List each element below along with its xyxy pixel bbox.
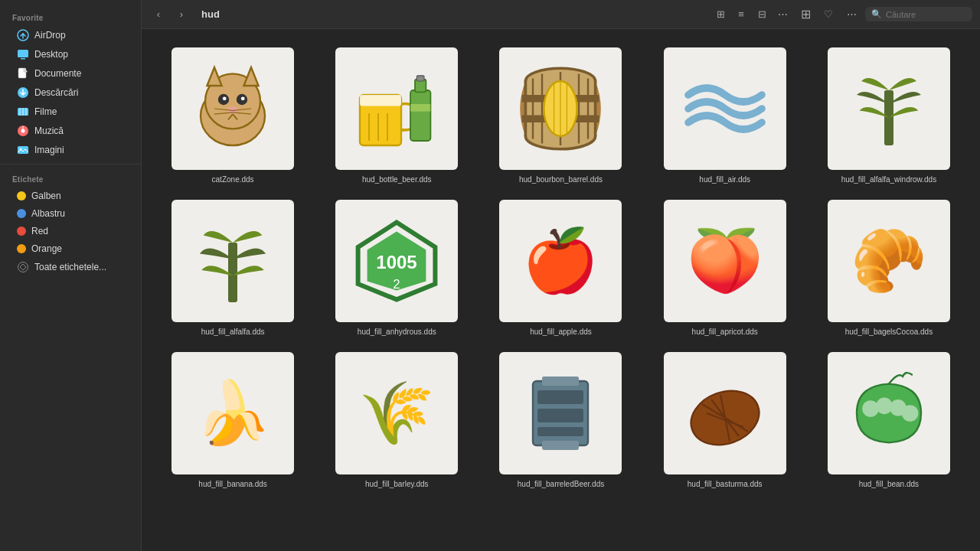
- file-name: hud_fill_anhydrous.dds: [358, 327, 436, 337]
- file-thumbnail: 1005 2: [335, 200, 458, 322]
- sidebar-item-imagini[interactable]: Imagini: [5, 141, 136, 159]
- svg-point-70: [862, 400, 879, 417]
- file-item[interactable]: 🌾hud_fill_barley.dds: [321, 349, 472, 492]
- sidebar-item-orange[interactable]: Orange: [5, 240, 136, 257]
- file-thumbnail: 🍌: [172, 352, 294, 474]
- sidebar-item-red-label: Red: [31, 226, 48, 236]
- file-item[interactable]: hud_bourbon_barrel.dds: [485, 44, 636, 187]
- file-item[interactable]: hud_fill_bean.dds: [813, 349, 965, 492]
- sidebar-item-airdrop[interactable]: AirDrop: [5, 26, 136, 44]
- svg-rect-35: [417, 76, 425, 81]
- file-thumbnail: [172, 47, 294, 170]
- action-button[interactable]: ⋯: [842, 5, 861, 24]
- sidebar-item-albastru[interactable]: Albastru: [5, 205, 136, 222]
- svg-point-22: [241, 96, 245, 100]
- svg-rect-33: [410, 90, 430, 141]
- file-item[interactable]: catZone.dds: [157, 44, 309, 187]
- galben-dot: [17, 191, 26, 201]
- file-thumbnail: [335, 47, 458, 170]
- sidebar-item-galben[interactable]: Galben: [5, 187, 136, 204]
- file-item[interactable]: 1005 2 hud_fill_anhydrous.dds: [321, 197, 472, 340]
- file-thumbnail: 🥐: [828, 200, 950, 322]
- svg-rect-54: [228, 243, 237, 302]
- file-thumbnail: [172, 200, 294, 322]
- heart-button[interactable]: ♡: [819, 5, 838, 24]
- red-dot: [17, 227, 26, 236]
- albastru-dot: [17, 209, 26, 218]
- sidebar-item-toate-label: Toate etichetele...: [34, 262, 106, 272]
- file-item[interactable]: 🍌hud_fill_banana.dds: [157, 349, 309, 492]
- sidebar-item-filme[interactable]: Filme: [5, 103, 136, 121]
- file-item[interactable]: hud_fill_basturma.dds: [649, 349, 801, 492]
- sidebar-item-orange-label: Orange: [31, 243, 62, 254]
- file-thumbnail: 🌾: [335, 352, 458, 474]
- file-item[interactable]: 🍑hud_fill_apricot.dds: [649, 197, 801, 340]
- file-name: hud_fill_apricot.dds: [692, 327, 758, 337]
- sidebar-item-documente[interactable]: Documente: [5, 64, 136, 83]
- sidebar-item-red[interactable]: Red: [5, 223, 136, 240]
- sidebar-item-toate[interactable]: Toate etichetele...: [5, 258, 136, 276]
- sidebar-item-albastru-label: Albastru: [31, 208, 65, 219]
- file-item[interactable]: hud_fill_barreledBeer.dds: [485, 349, 636, 492]
- share-button[interactable]: ⊞: [796, 5, 815, 24]
- search-icon: 🔍: [871, 9, 882, 19]
- file-name: hud_fill_basturma.dds: [688, 479, 763, 489]
- back-button[interactable]: ‹: [149, 5, 168, 24]
- file-name: hud_fill_air.dds: [699, 174, 750, 184]
- desktop-icon: [17, 48, 29, 60]
- svg-rect-64: [542, 441, 579, 450]
- file-item[interactable]: hud_bottle_beer.dds: [321, 44, 472, 187]
- file-thumbnail: [828, 352, 950, 474]
- favorites-section-label: Favorite: [0, 8, 141, 25]
- tags-section-label: Etichete: [0, 169, 141, 187]
- file-item[interactable]: 🍎hud_fill_apple.dds: [485, 197, 636, 340]
- svg-rect-2: [18, 50, 28, 57]
- file-thumbnail: [499, 47, 622, 170]
- file-item[interactable]: hud_fill_alfalfa.dds: [157, 197, 309, 340]
- file-grid: catZone.dds hud_bottle_beer.dds hud_bour…: [142, 29, 980, 551]
- file-name: hud_fill_apple.dds: [530, 327, 592, 337]
- svg-text:1005: 1005: [377, 252, 417, 272]
- svg-point-73: [902, 405, 919, 422]
- sidebar-item-descarcari[interactable]: Descărcări: [5, 83, 136, 102]
- file-name: hud_fill_alfalfa.dds: [201, 327, 265, 337]
- search-input[interactable]: [886, 10, 966, 19]
- sidebar-item-desktop-label: Desktop: [34, 49, 68, 60]
- gallery-view-button[interactable]: ⋯: [773, 5, 792, 24]
- sidebar: Favorite AirDrop Desktop Documente Descă…: [0, 0, 142, 551]
- file-thumbnail: [664, 47, 786, 170]
- sidebar-item-muzica-label: Muzică: [34, 126, 64, 136]
- photos-icon: [17, 144, 29, 156]
- sidebar-item-muzica[interactable]: Muzică: [5, 122, 136, 140]
- svg-rect-62: [537, 427, 583, 436]
- forward-button[interactable]: ›: [172, 5, 191, 24]
- file-name: catZone.dds: [212, 174, 254, 184]
- file-name: hud_fill_banana.dds: [198, 479, 267, 489]
- orange-dot: [17, 244, 26, 253]
- svg-rect-63: [542, 377, 579, 386]
- sidebar-item-documente-label: Documente: [34, 68, 81, 79]
- svg-point-21: [223, 96, 227, 100]
- file-item[interactable]: hud_fill_alfalfa_windrow.dds: [813, 44, 965, 187]
- search-box[interactable]: 🔍: [865, 7, 972, 21]
- file-item[interactable]: hud_fill_air.dds: [649, 44, 801, 187]
- svg-rect-36: [410, 104, 430, 112]
- file-item[interactable]: 🥐hud_fill_bagelsCocoa.dds: [813, 197, 965, 340]
- view-buttons: ⊞ ≡ ⊟ ⋯: [711, 5, 792, 24]
- column-view-button[interactable]: ⊟: [753, 5, 771, 24]
- sidebar-item-filme-label: Filme: [34, 106, 57, 117]
- music-icon: [17, 125, 29, 137]
- file-name: hud_fill_bean.dds: [859, 479, 919, 489]
- list-view-button[interactable]: ≡: [732, 5, 750, 24]
- svg-rect-61: [537, 409, 583, 422]
- file-thumbnail: 🍑: [664, 200, 786, 322]
- icon-view-button[interactable]: ⊞: [711, 5, 730, 24]
- sidebar-item-desktop[interactable]: Desktop: [5, 45, 136, 64]
- file-name: hud_bourbon_barrel.dds: [519, 174, 603, 184]
- sidebar-item-imagini-label: Imagini: [34, 145, 64, 155]
- folder-title: hud: [201, 8, 220, 20]
- movies-icon: [17, 106, 29, 118]
- svg-rect-12: [18, 146, 28, 154]
- sidebar-item-descarcari-label: Descărcări: [34, 87, 78, 98]
- document-icon: [17, 67, 29, 80]
